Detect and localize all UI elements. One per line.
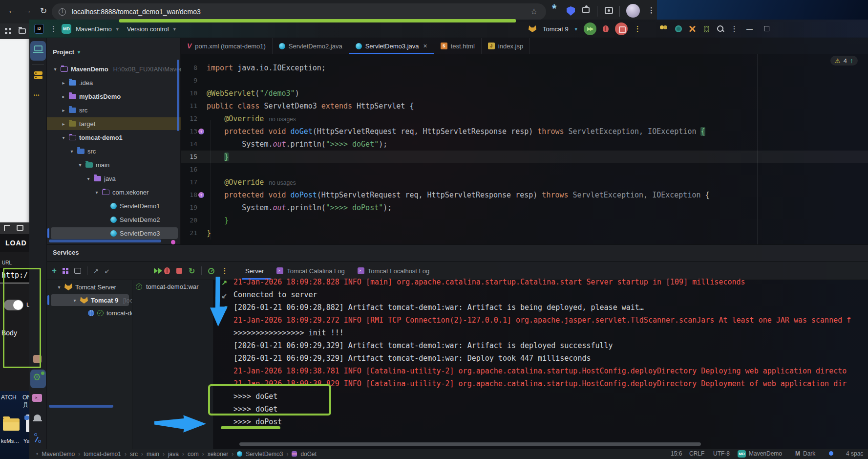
project-widget[interactable]: MavenDemo [76,25,112,33]
debug-button[interactable] [603,25,609,32]
editor-tab[interactable]: ServletDemo2.java [273,38,349,54]
chevron-open-icon[interactable]: ▾ [94,190,99,195]
chevron-closed-icon[interactable]: ▸ [61,94,66,99]
add-tab-icon[interactable] [74,268,81,274]
project-tree-item[interactable]: ServletDemo1 [47,199,181,212]
view-grid-icon[interactable] [63,268,68,274]
editor-tab[interactable]: Vpom.xml (tomcat-demo1) [181,38,273,54]
window-maximize-button[interactable] [764,26,769,31]
project-tree-item[interactable]: ServletDemo3 [47,227,181,240]
notifications-tool-icon[interactable] [34,415,41,420]
profiler-icon[interactable] [675,25,682,32]
services-title[interactable]: Services [53,249,79,256]
project-tree-item[interactable]: ServletDemo2 [47,213,181,226]
bookmark-star-icon[interactable]: ☆ [530,7,537,16]
project-tree-item[interactable]: ▸mybatisDemo [47,90,181,103]
intellij-logo-icon[interactable]: IJ [34,24,44,34]
project-tree-vscrollbar[interactable] [177,60,179,131]
browser-address-bar[interactable]: i localhost:8888/tomcat_demo1_war/demo3 [52,3,546,20]
profiler-gauge-icon[interactable] [208,268,214,274]
vcs-widget[interactable]: Version control [127,25,169,33]
window-minimize-button[interactable]: — [746,25,753,33]
browser-forward-icon[interactable]: → [23,6,32,16]
chevron-closed-icon[interactable]: ▸ [61,80,66,86]
services-tree-item[interactable]: ✓tomcat-demo1:w [47,306,132,319]
run-options-icon[interactable]: ⋮ [634,24,641,33]
run-config-selector[interactable]: Tomcat 9 [543,25,569,33]
breadcrumb-item[interactable]: xekoner [208,451,229,458]
caret-position[interactable]: 15:6 [671,450,682,457]
deploy-artifact-icon[interactable]: ↗ [219,278,229,287]
run-button[interactable]: ▶▶ [584,22,596,35]
console-log-output[interactable]: 21-Jan-2026 18:09:28.828 INFO [main] org… [233,277,868,446]
more-options-icon[interactable]: ⋮ [221,266,228,275]
project-tree-item[interactable]: ▾src [47,145,181,157]
browser-reload-icon[interactable]: ↻ [40,6,47,16]
browser-menu-icon[interactable]: ⋮ [648,6,655,15]
stop-button[interactable] [615,22,628,35]
override-marker-icon[interactable]: ↑ [198,129,204,134]
project-tree-item[interactable]: ▸target [47,117,181,130]
url-text[interactable]: localhost:8888/tomcat_demo1_war/demo3 [72,8,201,16]
close-icon[interactable]: × [423,42,427,50]
more-toolwindows-icon[interactable]: ••• [34,93,40,98]
project-tree-item[interactable]: ▸.idea [47,76,181,89]
breadcrumb-item[interactable]: ServletDemo3 [246,451,283,458]
project-tool-icon[interactable] [34,45,42,51]
plugin-atom-icon[interactable] [702,25,711,33]
expand-all-icon[interactable]: ↗ [93,267,99,275]
project-tree-item[interactable]: ▾java [47,172,181,185]
project-tree-hscrollbar[interactable] [49,240,161,242]
encoding-widget[interactable]: UTF-8 [713,450,730,457]
services-tree-item[interactable]: ▾Tomcat Server [47,281,132,293]
git-tool-icon[interactable] [34,433,37,436]
cursor-select-icon[interactable] [4,225,10,231]
breadcrumb-item[interactable]: main [147,451,159,458]
code-with-me-icon[interactable] [659,25,669,32]
breadcrumb-item[interactable]: tomcat-demo1 [84,451,121,458]
code-editor-lines[interactable]: 8import java.io.IOException;910@WebServl… [181,54,868,244]
chevron-open-icon[interactable]: ▾ [69,149,74,154]
chevron-open-icon[interactable]: ▾ [72,298,77,303]
extensions-puzzle-icon[interactable] [582,7,590,13]
extension-snowflake-icon[interactable]: * [552,2,556,16]
apps-grid-icon[interactable] [5,28,11,34]
desktop-folder-icon[interactable] [3,418,20,431]
chevron-open-icon[interactable]: ▾ [57,284,62,290]
load-button[interactable]: LOAD [0,234,30,252]
browser-profile-avatar[interactable] [626,4,640,18]
import-artifact-icon[interactable]: ↙ [219,291,229,301]
console-tab[interactable]: >_Tomcat Localhost Log [358,267,429,275]
theme-widget[interactable]: Dark [803,450,815,457]
inspections-widget[interactable]: ⚠ 4 ↑ [830,56,858,66]
up-arrow-icon[interactable]: ↑ [850,57,853,65]
project-badge[interactable]: MD [62,24,71,34]
database-tool-icon[interactable] [34,71,42,75]
add-service-icon[interactable]: + [52,266,57,276]
chevron-closed-icon[interactable]: ▸ [61,108,66,113]
editor-tab[interactable]: 5test.html [434,38,482,54]
search-everywhere-icon[interactable] [717,25,724,33]
editor-tab[interactable]: Jindex.jsp [482,38,530,54]
chevron-open-icon[interactable]: ▾ [86,176,91,181]
chevron-closed-icon[interactable]: ▸ [61,121,66,127]
breadcrumb-item[interactable]: doGet [300,451,317,458]
browser-back-icon[interactable]: ← [8,6,16,16]
chevron-open-icon[interactable]: ▾ [78,162,83,168]
main-menu-icon[interactable]: ⋮ [50,24,57,33]
status-project-name[interactable]: MavenDemo [749,450,782,457]
project-tree-item[interactable]: ▸src [47,104,181,116]
bookmarks-folder-icon[interactable] [19,28,26,34]
console-tab[interactable]: Server [245,267,264,275]
tab-share-icon[interactable] [605,7,613,14]
terminal-tool-icon[interactable]: >_ [32,394,42,402]
services-tool-icon[interactable]: ⚙ [33,372,41,382]
breadcrumb-item[interactable]: com [188,451,199,458]
chevron-open-icon[interactable]: ▾ [61,135,66,140]
services-tree-hscrollbar[interactable] [49,405,113,408]
site-info-icon[interactable]: i [59,8,66,16]
project-tree-item[interactable]: ▾MavenDemoH:\0x0B_FUXIAN\MavenD [47,63,181,75]
line-ending-widget[interactable]: CRLF [689,450,704,457]
refresh-icon[interactable]: ↻ [189,266,195,276]
collapse-all-icon[interactable]: ↙ [105,267,110,275]
